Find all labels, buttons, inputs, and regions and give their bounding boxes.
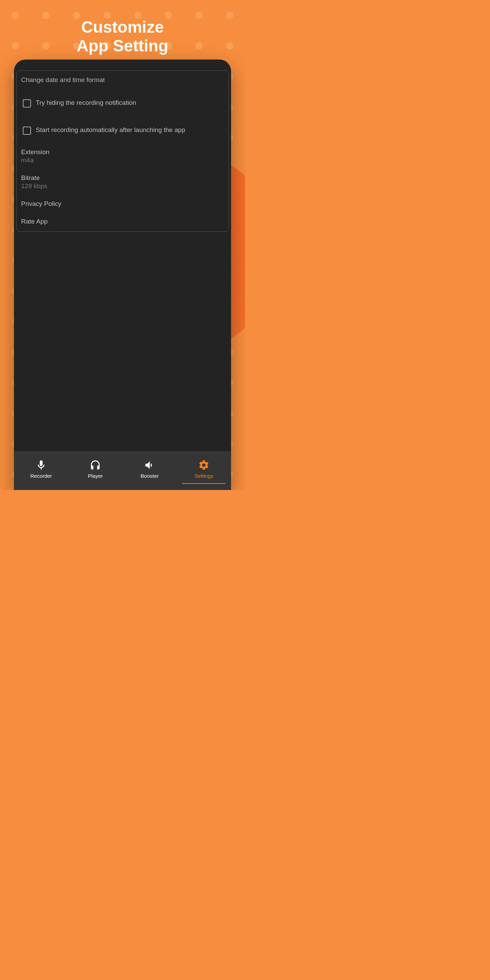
promo-line2: App Setting xyxy=(76,37,168,55)
speaker-icon xyxy=(144,460,156,471)
auto-record-checkbox[interactable] xyxy=(23,127,31,135)
headphones-icon xyxy=(89,460,101,471)
extension-row[interactable]: Extension m4a xyxy=(17,138,228,164)
extension-value: m4a xyxy=(21,156,224,164)
nav-player-label: Player xyxy=(88,473,103,479)
bitrate-row[interactable]: Bitrate 128 kbps xyxy=(17,164,228,190)
nav-settings[interactable]: Settings xyxy=(177,460,231,479)
nav-recorder[interactable]: Recorder xyxy=(14,460,68,479)
nav-settings-label: Settings xyxy=(194,473,213,479)
content-spacer xyxy=(14,232,231,451)
bitrate-value: 128 kbps xyxy=(21,182,224,190)
nav-booster[interactable]: Booster xyxy=(123,460,177,479)
settings-card-header[interactable]: Change date and time format xyxy=(17,71,228,87)
phone-frame: Change date and time format Try hiding t… xyxy=(14,60,231,490)
promo-line1: Customize xyxy=(81,18,164,36)
nav-recorder-label: Recorder xyxy=(30,473,52,479)
extension-title: Extension xyxy=(21,148,224,156)
gear-icon xyxy=(198,460,210,471)
auto-record-row[interactable]: Start recording automatically after laun… xyxy=(17,111,228,138)
hide-notification-label: Try hiding the recording notification xyxy=(36,99,136,107)
hide-notification-checkbox[interactable] xyxy=(23,99,31,108)
status-bar xyxy=(14,60,231,70)
auto-record-label: Start recording automatically after laun… xyxy=(36,126,185,134)
bitrate-title: Bitrate xyxy=(21,174,224,182)
rate-app-row[interactable]: Rate App xyxy=(17,208,228,231)
promo-title: Customize App Setting xyxy=(0,0,245,55)
bottom-nav: Recorder Player Booster Settings xyxy=(14,451,231,490)
microphone-icon xyxy=(35,460,47,471)
nav-player[interactable]: Player xyxy=(68,460,123,479)
privacy-policy-row[interactable]: Privacy Policy xyxy=(17,190,228,208)
nav-booster-label: Booster xyxy=(140,473,159,479)
settings-card: Change date and time format Try hiding t… xyxy=(16,70,229,232)
hide-notification-row[interactable]: Try hiding the recording notification xyxy=(17,87,228,111)
